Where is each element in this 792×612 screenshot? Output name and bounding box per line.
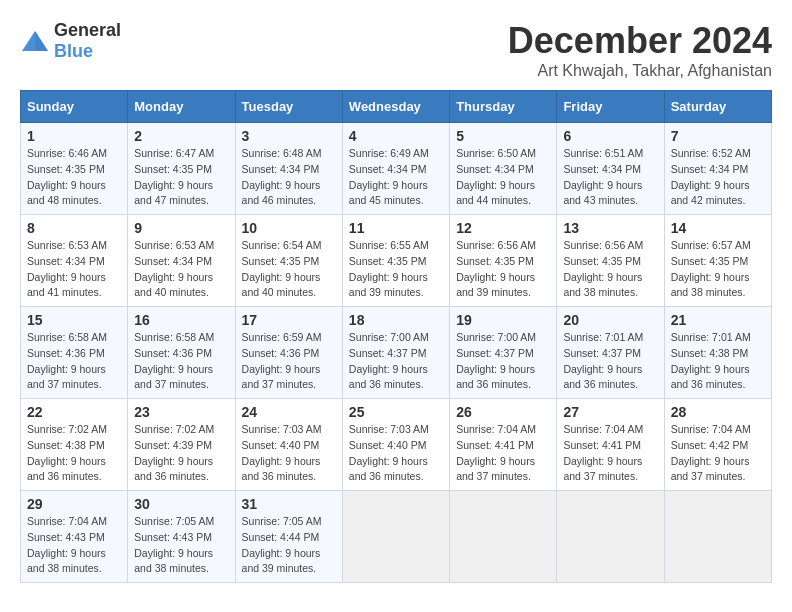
- day-info: Sunrise: 7:01 AMSunset: 4:38 PMDaylight:…: [671, 330, 765, 393]
- day-info: Sunrise: 6:50 AMSunset: 4:34 PMDaylight:…: [456, 146, 550, 209]
- day-cell: 17Sunrise: 6:59 AMSunset: 4:36 PMDayligh…: [235, 307, 342, 399]
- day-cell: 16Sunrise: 6:58 AMSunset: 4:36 PMDayligh…: [128, 307, 235, 399]
- header-cell-wednesday: Wednesday: [342, 91, 449, 123]
- day-number: 29: [27, 496, 121, 512]
- day-info: Sunrise: 6:57 AMSunset: 4:35 PMDaylight:…: [671, 238, 765, 301]
- header-cell-thursday: Thursday: [450, 91, 557, 123]
- day-cell: 1Sunrise: 6:46 AMSunset: 4:35 PMDaylight…: [21, 123, 128, 215]
- day-info: Sunrise: 7:03 AMSunset: 4:40 PMDaylight:…: [242, 422, 336, 485]
- day-info: Sunrise: 6:58 AMSunset: 4:36 PMDaylight:…: [27, 330, 121, 393]
- day-info: Sunrise: 6:51 AMSunset: 4:34 PMDaylight:…: [563, 146, 657, 209]
- day-number: 10: [242, 220, 336, 236]
- day-cell: 4Sunrise: 6:49 AMSunset: 4:34 PMDaylight…: [342, 123, 449, 215]
- day-info: Sunrise: 6:53 AMSunset: 4:34 PMDaylight:…: [27, 238, 121, 301]
- day-cell: 5Sunrise: 6:50 AMSunset: 4:34 PMDaylight…: [450, 123, 557, 215]
- day-cell: 8Sunrise: 6:53 AMSunset: 4:34 PMDaylight…: [21, 215, 128, 307]
- day-number: 5: [456, 128, 550, 144]
- day-info: Sunrise: 6:55 AMSunset: 4:35 PMDaylight:…: [349, 238, 443, 301]
- day-number: 27: [563, 404, 657, 420]
- day-info: Sunrise: 7:00 AMSunset: 4:37 PMDaylight:…: [456, 330, 550, 393]
- day-info: Sunrise: 7:05 AMSunset: 4:44 PMDaylight:…: [242, 514, 336, 577]
- day-info: Sunrise: 6:58 AMSunset: 4:36 PMDaylight:…: [134, 330, 228, 393]
- day-cell: 24Sunrise: 7:03 AMSunset: 4:40 PMDayligh…: [235, 399, 342, 491]
- day-cell: 11Sunrise: 6:55 AMSunset: 4:35 PMDayligh…: [342, 215, 449, 307]
- subtitle: Art Khwajah, Takhar, Afghanistan: [508, 62, 772, 80]
- day-cell: [664, 491, 771, 583]
- day-cell: 19Sunrise: 7:00 AMSunset: 4:37 PMDayligh…: [450, 307, 557, 399]
- day-number: 26: [456, 404, 550, 420]
- logo: General Blue: [20, 20, 121, 62]
- day-cell: 22Sunrise: 7:02 AMSunset: 4:38 PMDayligh…: [21, 399, 128, 491]
- header: General Blue December 2024 Art Khwajah, …: [20, 20, 772, 80]
- day-info: Sunrise: 6:53 AMSunset: 4:34 PMDaylight:…: [134, 238, 228, 301]
- day-number: 20: [563, 312, 657, 328]
- day-cell: 14Sunrise: 6:57 AMSunset: 4:35 PMDayligh…: [664, 215, 771, 307]
- day-cell: 2Sunrise: 6:47 AMSunset: 4:35 PMDaylight…: [128, 123, 235, 215]
- day-cell: 3Sunrise: 6:48 AMSunset: 4:34 PMDaylight…: [235, 123, 342, 215]
- main-title: December 2024: [508, 20, 772, 62]
- day-number: 28: [671, 404, 765, 420]
- day-cell: [557, 491, 664, 583]
- day-number: 1: [27, 128, 121, 144]
- header-row: SundayMondayTuesdayWednesdayThursdayFrid…: [21, 91, 772, 123]
- header-cell-friday: Friday: [557, 91, 664, 123]
- day-number: 6: [563, 128, 657, 144]
- day-cell: 27Sunrise: 7:04 AMSunset: 4:41 PMDayligh…: [557, 399, 664, 491]
- day-info: Sunrise: 6:47 AMSunset: 4:35 PMDaylight:…: [134, 146, 228, 209]
- day-number: 8: [27, 220, 121, 236]
- day-info: Sunrise: 6:48 AMSunset: 4:34 PMDaylight:…: [242, 146, 336, 209]
- day-number: 17: [242, 312, 336, 328]
- day-number: 21: [671, 312, 765, 328]
- day-info: Sunrise: 7:04 AMSunset: 4:41 PMDaylight:…: [456, 422, 550, 485]
- title-area: December 2024 Art Khwajah, Takhar, Afgha…: [508, 20, 772, 80]
- day-info: Sunrise: 7:03 AMSunset: 4:40 PMDaylight:…: [349, 422, 443, 485]
- day-cell: 13Sunrise: 6:56 AMSunset: 4:35 PMDayligh…: [557, 215, 664, 307]
- day-cell: 31Sunrise: 7:05 AMSunset: 4:44 PMDayligh…: [235, 491, 342, 583]
- day-cell: [342, 491, 449, 583]
- day-cell: 25Sunrise: 7:03 AMSunset: 4:40 PMDayligh…: [342, 399, 449, 491]
- day-info: Sunrise: 7:04 AMSunset: 4:43 PMDaylight:…: [27, 514, 121, 577]
- logo-text: General Blue: [54, 20, 121, 62]
- day-cell: 30Sunrise: 7:05 AMSunset: 4:43 PMDayligh…: [128, 491, 235, 583]
- week-row-3: 15Sunrise: 6:58 AMSunset: 4:36 PMDayligh…: [21, 307, 772, 399]
- week-row-2: 8Sunrise: 6:53 AMSunset: 4:34 PMDaylight…: [21, 215, 772, 307]
- day-cell: 7Sunrise: 6:52 AMSunset: 4:34 PMDaylight…: [664, 123, 771, 215]
- day-cell: 10Sunrise: 6:54 AMSunset: 4:35 PMDayligh…: [235, 215, 342, 307]
- day-number: 2: [134, 128, 228, 144]
- day-number: 13: [563, 220, 657, 236]
- day-number: 31: [242, 496, 336, 512]
- week-row-4: 22Sunrise: 7:02 AMSunset: 4:38 PMDayligh…: [21, 399, 772, 491]
- header-cell-sunday: Sunday: [21, 91, 128, 123]
- day-number: 22: [27, 404, 121, 420]
- day-info: Sunrise: 7:04 AMSunset: 4:42 PMDaylight:…: [671, 422, 765, 485]
- week-row-5: 29Sunrise: 7:04 AMSunset: 4:43 PMDayligh…: [21, 491, 772, 583]
- day-info: Sunrise: 7:02 AMSunset: 4:38 PMDaylight:…: [27, 422, 121, 485]
- day-info: Sunrise: 7:05 AMSunset: 4:43 PMDaylight:…: [134, 514, 228, 577]
- day-info: Sunrise: 6:56 AMSunset: 4:35 PMDaylight:…: [456, 238, 550, 301]
- day-number: 23: [134, 404, 228, 420]
- day-number: 14: [671, 220, 765, 236]
- day-cell: 20Sunrise: 7:01 AMSunset: 4:37 PMDayligh…: [557, 307, 664, 399]
- header-cell-monday: Monday: [128, 91, 235, 123]
- day-number: 16: [134, 312, 228, 328]
- logo-icon: [20, 29, 50, 53]
- day-number: 11: [349, 220, 443, 236]
- day-cell: 29Sunrise: 7:04 AMSunset: 4:43 PMDayligh…: [21, 491, 128, 583]
- day-cell: 28Sunrise: 7:04 AMSunset: 4:42 PMDayligh…: [664, 399, 771, 491]
- day-number: 18: [349, 312, 443, 328]
- day-cell: 6Sunrise: 6:51 AMSunset: 4:34 PMDaylight…: [557, 123, 664, 215]
- day-cell: 23Sunrise: 7:02 AMSunset: 4:39 PMDayligh…: [128, 399, 235, 491]
- day-number: 24: [242, 404, 336, 420]
- header-cell-tuesday: Tuesday: [235, 91, 342, 123]
- day-cell: 12Sunrise: 6:56 AMSunset: 4:35 PMDayligh…: [450, 215, 557, 307]
- day-number: 25: [349, 404, 443, 420]
- day-cell: 21Sunrise: 7:01 AMSunset: 4:38 PMDayligh…: [664, 307, 771, 399]
- day-info: Sunrise: 7:01 AMSunset: 4:37 PMDaylight:…: [563, 330, 657, 393]
- svg-marker-1: [35, 31, 48, 51]
- day-info: Sunrise: 7:00 AMSunset: 4:37 PMDaylight:…: [349, 330, 443, 393]
- calendar-table: SundayMondayTuesdayWednesdayThursdayFrid…: [20, 90, 772, 583]
- day-info: Sunrise: 7:02 AMSunset: 4:39 PMDaylight:…: [134, 422, 228, 485]
- day-info: Sunrise: 6:49 AMSunset: 4:34 PMDaylight:…: [349, 146, 443, 209]
- day-cell: 9Sunrise: 6:53 AMSunset: 4:34 PMDaylight…: [128, 215, 235, 307]
- day-cell: 26Sunrise: 7:04 AMSunset: 4:41 PMDayligh…: [450, 399, 557, 491]
